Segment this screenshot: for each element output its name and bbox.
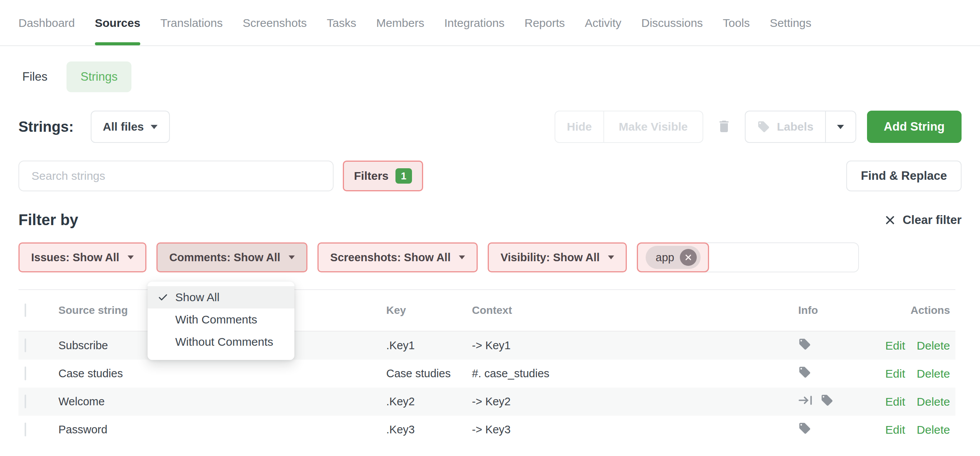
dropdown-option-label: With Comments xyxy=(175,313,257,326)
column-header-key: Key xyxy=(386,304,472,317)
table-row: Password .Key3 -> Key3 Edit Delete xyxy=(18,416,955,444)
nav-tab-discussions[interactable]: Discussions xyxy=(641,16,703,30)
tag-icon xyxy=(757,120,770,133)
filter-pill-visibility-label: Visibility: Show All xyxy=(500,251,600,264)
nav-tab-members[interactable]: Members xyxy=(376,16,424,30)
clear-filter-label: Clear filter xyxy=(903,213,962,227)
edit-link[interactable]: Edit xyxy=(885,395,905,408)
comments-filter-dropdown: Show All With Comments Without Comments xyxy=(148,282,294,360)
cell-context: #. case_studies xyxy=(472,367,798,380)
edit-link[interactable]: Edit xyxy=(885,339,905,352)
chevron-down-icon xyxy=(128,255,134,259)
file-filter-dropdown[interactable]: All files xyxy=(91,111,170,143)
nav-tab-sources[interactable]: Sources xyxy=(95,16,140,30)
filter-by-row: Filter by Clear filter xyxy=(18,211,962,229)
add-string-button[interactable]: Add String xyxy=(867,111,962,143)
column-header-info: Info xyxy=(798,304,875,317)
column-header-actions: Actions xyxy=(875,304,950,317)
row-checkbox[interactable] xyxy=(25,395,26,408)
cell-source-string: Password xyxy=(58,423,386,436)
tab-files[interactable]: Files xyxy=(18,62,51,91)
cell-context: -> Key3 xyxy=(472,423,798,436)
column-header-context: Context xyxy=(472,304,798,317)
labels-dropdown-button[interactable] xyxy=(826,111,856,143)
table-row: Case studies Case studies #. case_studie… xyxy=(18,360,955,388)
filter-pills-row: Issues: Show All Comments: Show All Scre… xyxy=(18,242,962,272)
tag-icon xyxy=(798,366,811,381)
nav-tab-tools[interactable]: Tools xyxy=(723,16,750,30)
tag-icon xyxy=(798,422,811,438)
filter-pill-issues-label: Issues: Show All xyxy=(31,251,119,264)
dropdown-option-label: Show All xyxy=(175,291,219,304)
filter-pill-comments-label: Comments: Show All xyxy=(169,251,280,264)
nav-tab-reports[interactable]: Reports xyxy=(525,16,565,30)
chevron-down-icon xyxy=(837,125,844,129)
filter-by-title: Filter by xyxy=(18,211,78,229)
delete-link[interactable]: Delete xyxy=(917,395,950,408)
label-chip-text: app xyxy=(656,251,674,264)
nav-tab-integrations[interactable]: Integrations xyxy=(444,16,505,30)
chevron-down-icon xyxy=(459,255,465,259)
page-title: Strings: xyxy=(18,119,74,135)
file-filter-value: All files xyxy=(103,120,144,133)
close-icon xyxy=(884,214,896,226)
dropdown-option-with-comments[interactable]: With Comments xyxy=(148,308,294,331)
cell-source-string: Welcome xyxy=(58,395,386,408)
chevron-down-icon xyxy=(608,255,614,259)
search-row: Filters 1 Find & Replace xyxy=(18,161,962,191)
arrow-to-bar-icon xyxy=(798,394,814,410)
row-checkbox[interactable] xyxy=(25,423,26,436)
hide-button[interactable]: Hide xyxy=(555,111,604,143)
delete-link[interactable]: Delete xyxy=(917,367,950,380)
nav-tab-dashboard[interactable]: Dashboard xyxy=(18,16,75,30)
label-chip-app: app xyxy=(646,246,700,269)
dropdown-option-show-all[interactable]: Show All xyxy=(148,286,294,308)
cell-key: .Key3 xyxy=(386,423,472,436)
labels-button-label: Labels xyxy=(777,120,814,133)
nav-tab-tasks[interactable]: Tasks xyxy=(327,16,356,30)
cell-key: .Key1 xyxy=(386,339,472,352)
make-visible-button[interactable]: Make Visible xyxy=(604,111,703,143)
labels-filter-input[interactable]: app xyxy=(637,242,859,272)
filters-button[interactable]: Filters 1 xyxy=(343,161,423,191)
find-replace-button[interactable]: Find & Replace xyxy=(846,161,962,191)
row-checkbox[interactable] xyxy=(25,366,26,380)
nav-tab-screenshots[interactable]: Screenshots xyxy=(243,16,307,30)
cell-key: .Key2 xyxy=(386,395,472,408)
chevron-down-icon xyxy=(289,255,295,259)
cell-context: -> Key1 xyxy=(472,339,798,352)
filters-count-badge: 1 xyxy=(395,168,412,184)
nav-tab-activity[interactable]: Activity xyxy=(585,16,621,30)
labels-button[interactable]: Labels xyxy=(745,111,826,143)
search-input[interactable] xyxy=(18,161,334,191)
tab-strings[interactable]: Strings xyxy=(66,61,131,92)
tag-icon xyxy=(798,338,811,353)
dropdown-option-label: Without Comments xyxy=(175,335,273,348)
top-navigation: Dashboard Sources Translations Screensho… xyxy=(0,0,980,46)
cell-key: Case studies xyxy=(386,367,472,380)
row-checkbox[interactable] xyxy=(25,338,26,352)
tag-icon xyxy=(821,394,834,410)
trash-icon xyxy=(716,119,732,135)
filter-pill-screenshots[interactable]: Screenshots: Show All xyxy=(317,242,478,272)
remove-label-chip-button[interactable] xyxy=(680,249,697,266)
select-all-checkbox[interactable] xyxy=(25,303,26,317)
edit-link[interactable]: Edit xyxy=(885,423,905,436)
filter-pill-visibility[interactable]: Visibility: Show All xyxy=(488,242,627,272)
delete-link[interactable]: Delete xyxy=(917,423,950,436)
filter-pill-comments[interactable]: Comments: Show All xyxy=(156,242,307,272)
filters-button-label: Filters xyxy=(354,169,389,182)
dropdown-option-without-comments[interactable]: Without Comments xyxy=(148,331,294,353)
delete-link[interactable]: Delete xyxy=(917,339,950,352)
clear-filter-button[interactable]: Clear filter xyxy=(884,213,962,227)
view-tabs: Files Strings xyxy=(18,61,962,92)
filter-pill-screenshots-label: Screenshots: Show All xyxy=(330,251,450,264)
delete-strings-button[interactable] xyxy=(716,119,732,135)
nav-tab-translations[interactable]: Translations xyxy=(160,16,223,30)
strings-toolbar: Strings: All files Hide Make Visible Lab… xyxy=(18,111,962,143)
close-icon xyxy=(684,254,692,261)
check-icon xyxy=(158,292,175,303)
filter-pill-issues[interactable]: Issues: Show All xyxy=(18,242,146,272)
edit-link[interactable]: Edit xyxy=(885,367,905,380)
nav-tab-settings[interactable]: Settings xyxy=(770,16,811,30)
